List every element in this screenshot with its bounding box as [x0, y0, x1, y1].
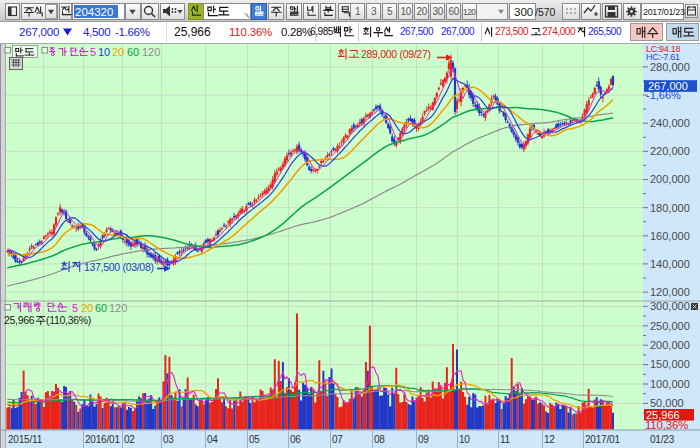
svg-text:(110,36%): (110,36%) — [46, 314, 91, 326]
svg-text:150,000: 150,000 — [650, 358, 690, 370]
svg-text:280,000: 280,000 — [650, 61, 690, 73]
svg-text:2017/01: 2017/01 — [585, 434, 620, 445]
svg-text:250,000: 250,000 — [650, 320, 690, 332]
svg-text:11: 11 — [500, 434, 511, 445]
svg-text:25,966: 25,966 — [174, 25, 211, 39]
svg-text:2016/01: 2016/01 — [85, 434, 120, 445]
svg-text:265,500: 265,500 — [588, 26, 622, 37]
svg-text:60: 60 — [127, 46, 139, 58]
svg-text:240,000: 240,000 — [650, 117, 690, 129]
svg-text:60: 60 — [449, 6, 460, 17]
svg-text:08: 08 — [374, 434, 385, 445]
svg-text:03: 03 — [163, 434, 174, 445]
svg-text:300,000: 300,000 — [650, 300, 690, 312]
svg-text:04: 04 — [207, 434, 218, 445]
svg-text:5: 5 — [90, 46, 96, 58]
svg-text:120: 120 — [142, 46, 160, 58]
svg-text:-1,66%: -1,66% — [646, 89, 681, 101]
svg-text:300: 300 — [514, 6, 533, 18]
svg-text:05: 05 — [249, 434, 260, 445]
svg-text:01/23: 01/23 — [650, 434, 675, 445]
svg-text:120,000: 120,000 — [650, 286, 690, 298]
svg-text:60: 60 — [95, 302, 107, 314]
svg-text:07: 07 — [332, 434, 343, 445]
svg-text:30: 30 — [433, 6, 444, 17]
svg-text:140,000: 140,000 — [650, 258, 690, 270]
svg-text:06: 06 — [290, 434, 301, 445]
svg-text:5: 5 — [387, 6, 393, 17]
svg-text:10: 10 — [401, 6, 412, 17]
svg-text:137,500 (03/08): 137,500 (03/08) — [84, 261, 154, 273]
svg-text:25,966: 25,966 — [4, 314, 35, 326]
svg-text:160,000: 160,000 — [650, 230, 690, 242]
svg-text:2015/11: 2015/11 — [8, 434, 43, 445]
svg-text:267,500: 267,500 — [400, 26, 434, 37]
svg-text:110.36%: 110.36% — [229, 26, 272, 38]
svg-text:289,000 (09/27): 289,000 (09/27) — [361, 48, 431, 60]
svg-text:200,000: 200,000 — [650, 173, 690, 185]
svg-text:3: 3 — [371, 6, 377, 17]
svg-text:200,000: 200,000 — [650, 339, 690, 351]
svg-text:0.28%: 0.28% — [281, 26, 312, 38]
svg-text:267,000: 267,000 — [441, 26, 475, 37]
svg-text:2017/01/23: 2017/01/23 — [643, 7, 685, 17]
svg-text:20: 20 — [81, 302, 93, 314]
svg-text:5: 5 — [72, 302, 78, 314]
svg-text:/570: /570 — [535, 6, 556, 18]
svg-text:20: 20 — [112, 46, 124, 58]
svg-text:4,500: 4,500 — [83, 26, 110, 38]
svg-text:100,000: 100,000 — [650, 378, 690, 390]
svg-text:204320: 204320 — [75, 6, 113, 18]
svg-text:02: 02 — [124, 434, 135, 445]
svg-text:120: 120 — [109, 302, 127, 314]
svg-text:1: 1 — [355, 6, 361, 17]
svg-text:180,000: 180,000 — [650, 202, 690, 214]
svg-text:110,36%: 110,36% — [645, 419, 688, 431]
svg-text:6,985: 6,985 — [310, 26, 334, 37]
svg-text:220,000: 220,000 — [650, 145, 690, 157]
svg-text:50,000: 50,000 — [650, 397, 684, 409]
svg-text:-1.66%: -1.66% — [115, 26, 150, 38]
svg-text:09: 09 — [418, 434, 429, 445]
svg-text:20: 20 — [417, 6, 428, 17]
svg-text:267,000: 267,000 — [19, 26, 59, 38]
svg-text:120: 120 — [463, 7, 476, 17]
svg-text:273,500: 273,500 — [495, 26, 529, 37]
svg-text:274,000: 274,000 — [542, 26, 576, 37]
svg-text:12: 12 — [544, 434, 555, 445]
svg-text:10: 10 — [459, 434, 470, 445]
svg-text:HC:-7.61: HC:-7.61 — [646, 52, 680, 62]
svg-text:10: 10 — [98, 46, 110, 58]
